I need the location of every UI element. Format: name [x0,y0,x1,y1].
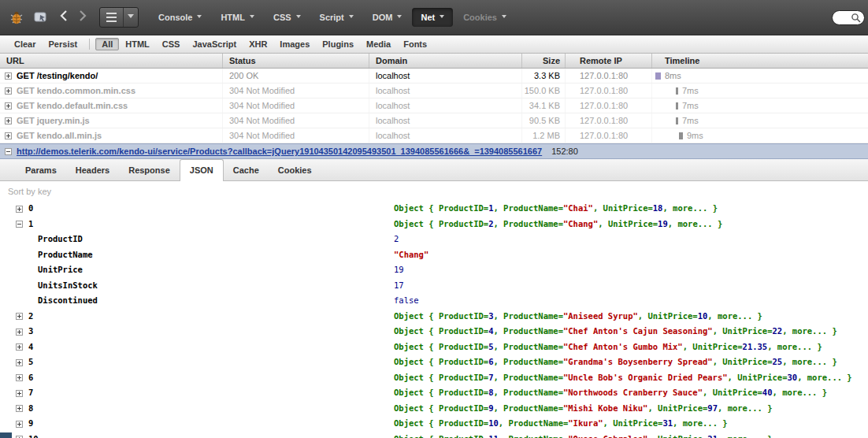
net-request-row[interactable]: GET kendo.default.min.css 304 Not Modifi… [0,98,868,113]
net-request-row[interactable]: GET jquery.min.js 304 Not Modified local… [0,113,868,128]
inspect-element-button[interactable] [32,9,50,26]
panel-tab-css[interactable]: CSS [265,8,310,27]
expand-icon[interactable] [16,313,23,320]
filter-plugins[interactable]: Plugins [316,38,360,50]
request-timeline: 7ms [652,98,868,113]
panel-tab-script[interactable]: Script [311,8,362,27]
search-input[interactable] [836,13,851,22]
json-property-value: 2 [394,234,399,243]
panel-tab-dom[interactable]: DOM [364,8,411,27]
chevron-down-icon [296,15,301,20]
filter-all[interactable]: All [95,38,119,50]
json-entry-row[interactable]: 10 Object { ProductID=11, ProductName="Q… [0,432,868,438]
chevron-down-icon [440,15,444,20]
request-size: 90.5 KB [522,113,566,128]
request-timeline: 7ms [652,113,868,128]
panel-tab-label: Console [158,13,192,22]
expand-icon[interactable] [16,221,23,228]
json-property-value: "Chang" [394,250,428,259]
collapse-icon[interactable] [5,148,12,155]
firebug-bug-icon [9,9,24,25]
expand-icon[interactable] [16,328,23,336]
chevron-down-icon [349,15,354,20]
menu-dropdown-button[interactable] [124,8,138,27]
net-action-buttons: ClearPersist [8,38,83,50]
expand-icon[interactable] [5,102,12,110]
json-entry-row[interactable]: 4 Object { ProductID=5, ProductName="Che… [0,340,868,355]
column-header: Domain [369,54,522,68]
panel-tab-net[interactable]: Net [412,8,453,27]
json-object-summary: Object { ProductID=4, ProductName="Chef … [394,324,868,340]
json-entry-row[interactable]: 7 Object { ProductID=8, ProductName="Nor… [0,385,868,401]
filter-fonts[interactable]: Fonts [397,38,433,50]
search-box[interactable] [832,10,865,25]
json-entry-row[interactable]: 6 Object { ProductID=7, ProductName="Unc… [0,370,868,386]
json-entry-row[interactable]: 9 Object { ProductID=10, ProductName="Ik… [0,416,868,432]
json-entry-row[interactable]: 0 Object { ProductID=1, ProductName="Cha… [0,201,868,217]
expand-icon[interactable] [16,359,23,366]
json-property-row: UnitPrice 19 [0,262,868,278]
detail-tab-cache[interactable]: Cache [224,160,269,180]
panel-tab-cookies[interactable]: Cookies [454,8,515,27]
chevron-left-icon [60,10,68,21]
filter-html[interactable]: HTML [119,38,156,50]
request-remote-ip: 127.0.0.1:80 [566,128,652,143]
expand-icon[interactable] [16,206,23,213]
detail-tab-json[interactable]: JSON [180,159,224,181]
filter-css[interactable]: CSS [156,38,187,50]
expand-icon[interactable] [16,390,23,397]
net-request-row[interactable]: GET kendo.common.min.css 304 Not Modifie… [0,84,868,98]
toolbar-separator [89,39,90,50]
json-key: 3 [28,326,33,336]
forward-button[interactable] [74,9,91,26]
sort-by-key-option[interactable]: Sort by key [0,181,868,201]
filter-images[interactable]: Images [273,38,316,50]
expand-icon[interactable] [16,343,23,351]
request-domain: localhost [369,98,522,113]
expand-icon[interactable] [5,117,12,124]
detail-tab-response[interactable]: Response [119,160,180,180]
filter-xhr[interactable]: XHR [243,38,273,50]
filter-media[interactable]: Media [360,38,397,50]
expand-icon[interactable] [5,132,12,139]
net-request-row[interactable]: GET /testing/kendo/ 200 OK localhost 3.3… [0,69,868,84]
request-status: 304 Not Modified [223,128,369,143]
json-key: 10 [28,434,39,438]
panel-tab-html[interactable]: HTML [212,8,263,27]
persist-button[interactable]: Persist [43,38,84,50]
request-status: 304 Not Modified [223,84,369,98]
json-entry-row[interactable]: 1 Object { ProductID=2, ProductName="Cha… [0,217,868,232]
expand-icon[interactable] [16,405,23,412]
request-detail-tabs: ParamsHeadersResponseJSONCacheCookies [0,159,868,181]
column-header: URL [0,54,223,68]
expand-icon[interactable] [16,421,23,428]
filter-javascript[interactable]: JavaScript [186,38,243,50]
back-button[interactable] [55,9,72,26]
detail-tab-cookies[interactable]: Cookies [269,160,321,180]
panel-list-menu[interactable] [99,7,139,28]
json-object-summary: Object { ProductID=3, ProductName="Anise… [394,309,868,325]
json-entry-row[interactable]: 2 Object { ProductID=3, ProductName="Ani… [0,309,868,325]
request-size: 3.3 KB [522,69,566,83]
expand-icon[interactable] [16,374,23,381]
timeline-bar [655,72,661,80]
json-entry-row[interactable]: 3 Object { ProductID=4, ProductName="Che… [0,324,868,340]
expand-icon[interactable] [5,87,12,95]
hamburger-icon[interactable] [100,8,124,27]
detail-tab-params[interactable]: Params [16,160,66,180]
request-size-info: 152:80 [551,147,578,156]
net-request-row[interactable]: GET kendo.all.min.js 304 Not Modified lo… [0,128,868,143]
json-property-value: 19 [394,265,404,274]
json-key: 8 [28,403,33,413]
request-url-link[interactable]: http://demos.telerik.com/kendo-ui/servic… [17,147,542,156]
json-entry-row[interactable]: 8 Object { ProductID=9, ProductName="Mis… [0,401,868,417]
net-filter-buttons: AllHTMLCSSJavaScriptXHRImagesPluginsMedi… [95,38,433,50]
clear-button[interactable]: Clear [8,38,43,50]
panel-tab-console[interactable]: Console [150,8,210,27]
request-domain: localhost [369,128,522,143]
expand-icon[interactable] [5,72,12,80]
firebug-menu-button[interactable] [6,7,27,28]
detail-tab-headers[interactable]: Headers [66,160,119,180]
json-entry-row[interactable]: 5 Object { ProductID=6, ProductName="Gra… [0,354,868,370]
selected-request-row[interactable]: http://demos.telerik.com/kendo-ui/servic… [0,143,868,159]
